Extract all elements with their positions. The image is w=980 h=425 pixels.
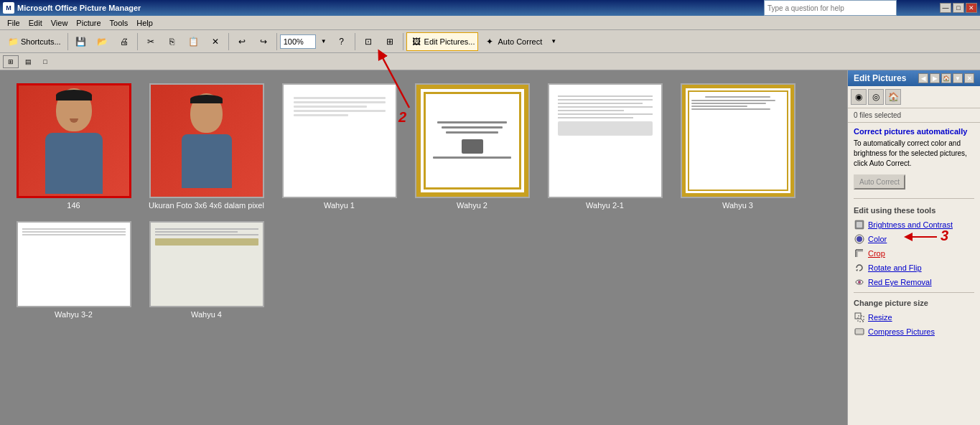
thumb-label-wahyu1: Wahyu 1 (324, 201, 355, 210)
panel-tb-btn-2[interactable]: ◎ (868, 89, 884, 105)
zoom-value: 100% (284, 37, 304, 46)
edit-pictures-icon: 🖼 (410, 35, 423, 48)
shortcuts-button[interactable]: 📁 Shortcuts... (3, 32, 65, 51)
thumb-item-wahyu2[interactable]: Wahyu 2 (406, 78, 538, 215)
panel-dropdown-button[interactable]: ▼ (953, 73, 963, 83)
menu-edit[interactable]: Edit (24, 17, 47, 29)
resize-link[interactable]: Resize (868, 313, 892, 322)
svg-rect-1 (857, 222, 862, 228)
thumb-label-wahyu3-2: Wahyu 3-2 (55, 310, 93, 319)
paste-button[interactable]: 📋 (184, 32, 204, 51)
delete-button[interactable]: ✕ (205, 32, 225, 51)
zoom-actual-button[interactable]: ⊞ (380, 32, 400, 51)
brightness-link[interactable]: Brightness and Contrast (868, 220, 953, 229)
menu-picture[interactable]: Picture (72, 17, 105, 29)
tool-item-resize[interactable]: Resize (848, 310, 980, 324)
save-button[interactable]: 💾 (71, 32, 91, 51)
right-panel-title: Edit Pictures (854, 73, 906, 83)
right-panel: Edit Pictures ◀ ▶ 🏠 ▼ ✕ ◉ ◎ 🏠 0 files se… (847, 70, 980, 425)
auto-correct-button[interactable]: ✦ Auto Correct (480, 32, 546, 51)
redo-button[interactable]: ↪ (253, 32, 274, 51)
menu-tools[interactable]: Tools (106, 17, 133, 29)
edit-pictures-button[interactable]: 🖼 Edit Pictures... (406, 32, 479, 51)
thumb-item-wahyu4[interactable]: Wahyu 4 (140, 215, 273, 324)
view-thumbnail-button[interactable]: ⊞ (3, 55, 19, 68)
help-input[interactable] (767, 4, 893, 12)
zoom-fit-button[interactable]: ⊡ (358, 32, 378, 51)
thumb-item-wahyu3-2[interactable]: Wahyu 3-2 (7, 215, 140, 324)
doc-wahyu4 (151, 223, 263, 306)
panel-forward-button[interactable]: ▶ (930, 73, 940, 83)
paste-icon: 📋 (187, 35, 200, 48)
help-button[interactable]: ? (332, 32, 352, 51)
tool-item-color[interactable]: Color (848, 232, 980, 246)
thumb-label-146: 146 (67, 201, 80, 210)
thumb-item-ukuran[interactable]: Ukuran Foto 3x6 4x6 dalam pixel (140, 78, 273, 215)
right-panel-header: Edit Pictures ◀ ▶ 🏠 ▼ ✕ (848, 70, 980, 86)
thumb-item-wahyu3[interactable]: Wahyu 3 (671, 78, 804, 215)
tool-item-crop[interactable]: Crop (848, 246, 980, 261)
panel-back-button[interactable]: ◀ (918, 73, 928, 83)
undo-button[interactable]: ↩ (232, 32, 252, 51)
maximize-button[interactable]: □ (953, 3, 964, 13)
open-button[interactable]: 📂 (93, 32, 113, 51)
panel-tb-btn-1[interactable]: ◉ (851, 89, 867, 105)
person-head-ukuran (190, 93, 223, 133)
toolbar-dropdown-icon: ▼ (551, 38, 556, 45)
photo-ukuran (151, 85, 263, 197)
right-panel-toolbar: ◉ ◎ 🏠 (848, 86, 980, 108)
thumb-item-146[interactable]: 146 (7, 78, 140, 215)
auto-correct-panel-button[interactable]: Auto Correct (854, 174, 905, 190)
menu-view[interactable]: View (47, 17, 73, 29)
toolbar: 📁 Shortcuts... 💾 📂 🖨 ✂ ⎘ 📋 ✕ ↩ ↪ 100% ▼ … (0, 30, 980, 53)
zoom-actual-icon: ⊞ (383, 35, 396, 48)
thumbnails-grid: 146 Ukuran Foto 3x6 4x6 dalam pixel (0, 70, 847, 332)
copy-button[interactable]: ⎘ (162, 32, 182, 51)
tool-item-redeye[interactable]: Red Eye Removal (848, 275, 980, 289)
zoom-arrow-icon: ▼ (321, 38, 327, 45)
crop-icon (854, 248, 865, 259)
shortcuts-icon: 📁 (6, 35, 19, 48)
thumb-box-wahyu3-2 (17, 221, 131, 307)
auto-correct-label: Auto Correct (498, 37, 542, 46)
close-button[interactable]: ✕ (966, 3, 977, 13)
menu-file[interactable]: File (3, 17, 24, 29)
thumb-item-wahyu1[interactable]: Wahyu 1 (273, 78, 406, 215)
rotate-icon (854, 262, 865, 274)
person-silhouette-146 (45, 88, 103, 194)
thumb-label-wahyu4: Wahyu 4 (191, 310, 222, 319)
view-single-button[interactable]: □ (37, 55, 53, 68)
files-count: 0 files selected (848, 108, 980, 123)
panel-header-controls: ◀ ▶ 🏠 ▼ ✕ (918, 73, 974, 83)
panel-home-button[interactable]: 🏠 (941, 73, 951, 83)
tool-item-rotate[interactable]: Rotate and Flip (848, 261, 980, 275)
zoom-dropdown[interactable]: ▼ (317, 32, 330, 51)
compress-link[interactable]: Compress Pictures (868, 327, 935, 336)
menu-help[interactable]: Help (132, 17, 157, 29)
view-filmstrip-button[interactable]: ▤ (20, 55, 36, 68)
color-link[interactable]: Color (868, 235, 887, 243)
title-bar: M Microsoft Office Picture Manager — □ ✕ (0, 0, 980, 16)
rotate-link[interactable]: Rotate and Flip (868, 263, 922, 272)
window-controls: — □ ✕ (940, 3, 977, 13)
panel-close-button[interactable]: ✕ (964, 73, 974, 83)
print-button[interactable]: 🖨 (114, 32, 134, 51)
zoom-input[interactable]: 100% (280, 34, 316, 49)
minimize-button[interactable]: — (940, 3, 951, 13)
edit-tools-subtitle: Edit using these tools (848, 202, 980, 218)
toolbar-dropdown[interactable]: ▼ (547, 32, 560, 51)
svg-point-11 (859, 281, 860, 283)
tool-item-compress[interactable]: Compress Pictures (848, 324, 980, 339)
tool-item-brightness[interactable]: Brightness and Contrast (848, 218, 980, 232)
cut-icon: ✂ (144, 35, 157, 48)
copy-icon: ⎘ (166, 35, 179, 48)
auto-correct-icon: ✦ (483, 35, 496, 48)
crop-link[interactable]: Crop (868, 249, 885, 258)
panel-tb-btn-home[interactable]: 🏠 (885, 89, 901, 105)
color-icon (854, 233, 865, 245)
thumb-item-wahyu2-1[interactable]: Wahyu 2-1 (538, 78, 671, 215)
help-box[interactable] (764, 0, 897, 16)
cut-button[interactable]: ✂ (141, 32, 161, 51)
delete-icon: ✕ (209, 35, 222, 48)
redeye-link[interactable]: Red Eye Removal (868, 278, 932, 286)
